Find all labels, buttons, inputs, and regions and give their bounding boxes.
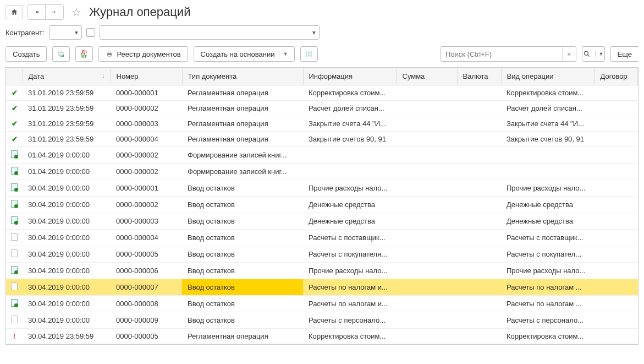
cell-sum xyxy=(397,213,457,230)
col-number[interactable]: Номер xyxy=(111,68,182,85)
check-icon: ✔ xyxy=(10,135,18,143)
cell-contract xyxy=(595,213,638,230)
registry-label: Реестр документов xyxy=(117,50,180,58)
col-op-type[interactable]: Вид операции xyxy=(501,68,595,85)
search-field[interactable]: × xyxy=(441,46,576,62)
col-status[interactable] xyxy=(6,68,23,85)
cell-currency xyxy=(457,132,501,147)
cell-currency xyxy=(457,147,501,164)
table-row[interactable]: 30.04.2019 0:00:000000-000006Ввод остатк… xyxy=(6,263,638,279)
cell-status: ✔ xyxy=(6,85,23,101)
table-row[interactable]: !30.04.2019 23:59:590000-000005Регламент… xyxy=(6,329,638,344)
favorite-star-icon[interactable]: ☆ xyxy=(71,6,81,19)
col-date[interactable]: Дата↓ xyxy=(23,68,111,85)
svg-rect-0 xyxy=(37,12,39,13)
create-button[interactable]: Создать xyxy=(5,46,47,62)
filter-value-select[interactable]: ▼ xyxy=(100,25,320,40)
table-row[interactable]: 30.04.2019 0:00:000000-000002Ввод остатк… xyxy=(6,197,638,213)
table-row[interactable]: ✔31.01.2019 23:59:590000-000001Регламент… xyxy=(6,85,638,101)
create-based-button[interactable]: Создать на основании ▼ xyxy=(194,46,295,62)
cell-currency xyxy=(457,85,501,101)
col-doc-type[interactable]: Тип документа xyxy=(182,68,303,85)
registry-button[interactable]: Реестр документов xyxy=(98,46,188,62)
cell-number: 0000-000001 xyxy=(111,180,182,197)
table-row[interactable]: 30.04.2019 0:00:000000-000005Ввод остатк… xyxy=(6,246,638,263)
clear-search-button[interactable]: × xyxy=(562,47,576,61)
table-row[interactable]: 30.04.2019 0:00:000000-000003Ввод остатк… xyxy=(6,213,638,230)
cell-sum xyxy=(397,263,457,279)
cell-status xyxy=(6,164,23,180)
svg-line-13 xyxy=(587,55,589,57)
chevron-down-icon: ▼ xyxy=(74,30,79,36)
cell-doc-type: Ввод остатков xyxy=(182,312,303,329)
copy-button[interactable] xyxy=(52,46,70,62)
home-button[interactable] xyxy=(5,5,23,19)
table-row[interactable]: 30.04.2019 0:00:000000-000007Ввод остатк… xyxy=(6,279,638,296)
filter-checkbox[interactable] xyxy=(86,28,95,37)
cell-op-type: Расчеты с поставщик... xyxy=(501,230,595,246)
cell-op-type xyxy=(501,147,595,164)
cell-op-type: Расчеты по налогам ... xyxy=(501,296,595,312)
cell-op-type: Прочие расходы нало... xyxy=(501,180,595,197)
cell-contract xyxy=(595,296,638,312)
cell-op-type: Расчеты по налогам ... xyxy=(501,279,595,296)
cell-currency xyxy=(457,312,501,329)
filter-contractor-select[interactable]: ▼ xyxy=(49,25,82,40)
cell-info: Корректировка стоим... xyxy=(303,85,397,101)
document-icon xyxy=(11,249,18,257)
cell-status xyxy=(6,296,23,312)
svg-rect-1 xyxy=(52,12,54,13)
more-button[interactable]: Еще xyxy=(610,46,639,62)
dtkt-button[interactable]: ДтКт xyxy=(75,46,93,62)
cell-info: Денежные средства xyxy=(303,197,397,213)
cell-sum xyxy=(397,230,457,246)
svg-rect-7 xyxy=(108,55,111,57)
table-row[interactable]: ✔31.01.2019 23:59:590000-000003Регламент… xyxy=(6,116,638,132)
cell-currency xyxy=(457,101,501,116)
table-row[interactable]: ✔31.01.2019 23:59:590000-000004Регламент… xyxy=(6,132,638,147)
check-icon: ✔ xyxy=(10,89,18,96)
cell-contract xyxy=(595,180,638,197)
cell-status: ✔ xyxy=(6,116,23,132)
cell-number: 0000-000002 xyxy=(111,164,182,180)
cell-info: Закрытие счетов 90, 91 xyxy=(303,132,397,147)
cell-op-type: Расчеты с покупател... xyxy=(501,246,595,263)
cell-doc-type: Ввод остатков xyxy=(182,246,303,263)
table-row[interactable]: 01.04.2019 0:00:000000-000002Формировани… xyxy=(6,164,638,180)
cell-op-type: Прочие расходы нало... xyxy=(501,263,595,279)
report-button[interactable] xyxy=(300,46,318,62)
back-button[interactable] xyxy=(28,5,46,19)
cell-date: 30.04.2019 0:00:00 xyxy=(23,279,111,296)
table-row[interactable]: ✔31.01.2019 23:59:590000-000002Регламент… xyxy=(6,101,638,116)
document-list-icon xyxy=(305,50,313,58)
cell-date: 30.04.2019 23:59:59 xyxy=(23,329,111,344)
check-icon: ✔ xyxy=(10,119,18,127)
cell-currency xyxy=(457,279,501,296)
table-row[interactable]: 30.04.2019 0:00:000000-000004Ввод остатк… xyxy=(6,230,638,246)
table-row[interactable]: 30.04.2019 0:00:000000-000008Ввод остатк… xyxy=(6,296,638,312)
cell-contract xyxy=(595,312,638,329)
col-info[interactable]: Информация xyxy=(303,68,397,85)
sort-indicator-icon: ↓ xyxy=(102,72,105,79)
cell-currency xyxy=(457,230,501,246)
table-row[interactable]: 30.04.2019 0:00:000000-000001Ввод остатк… xyxy=(6,180,638,197)
forward-button[interactable] xyxy=(46,5,63,19)
cell-currency xyxy=(457,246,501,263)
search-input[interactable] xyxy=(441,50,562,58)
table-row[interactable]: 30.04.2019 0:00:000000-000009Ввод остатк… xyxy=(6,312,638,329)
cell-number: 0000-000004 xyxy=(111,230,182,246)
home-icon xyxy=(10,8,18,16)
cell-contract xyxy=(595,279,638,296)
cell-op-type: Корректировка стоим... xyxy=(501,329,595,344)
col-sum[interactable]: Сумма xyxy=(397,68,457,85)
cell-sum xyxy=(397,279,457,296)
table-row[interactable]: 01.04.2019 0:00:000000-000002Формировани… xyxy=(6,147,638,164)
search-menu-button[interactable]: ▼ xyxy=(582,46,605,62)
cell-date: 31.01.2019 23:59:59 xyxy=(23,101,111,116)
col-currency[interactable]: Валюта xyxy=(457,68,501,85)
cell-sum xyxy=(397,147,457,164)
cell-doc-type: Ввод остатков xyxy=(182,180,303,197)
cell-date: 30.04.2019 0:00:00 xyxy=(23,312,111,329)
cell-number: 0000-000001 xyxy=(111,85,182,101)
col-contract[interactable]: Договор xyxy=(595,68,638,85)
